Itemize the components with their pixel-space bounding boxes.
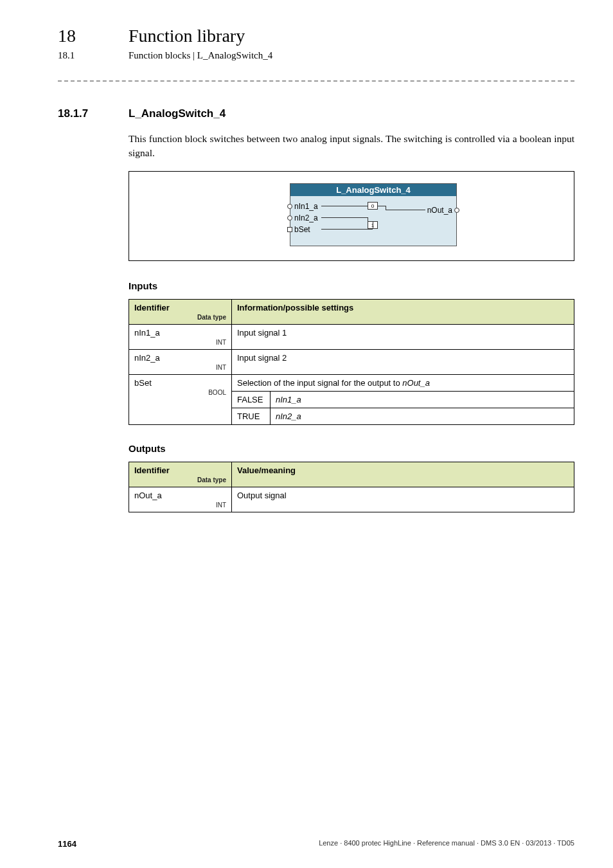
section-number: 18.1 [58, 50, 103, 61]
fb-port-nin1: nIn1_a [294, 202, 318, 211]
input-info: Selection of the input signal for the ou… [232, 374, 574, 391]
input-id: bSet [134, 378, 152, 388]
inputs-col-identifier: Identifier [134, 303, 170, 312]
outputs-heading: Outputs [129, 443, 574, 454]
inputs-heading: Inputs [129, 280, 574, 291]
page-number: 1164 [58, 839, 76, 849]
input-dtype: INT [134, 364, 226, 371]
table-row: bSet BOOL Selection of the input signal … [129, 374, 574, 391]
output-info: Output signal [232, 487, 574, 512]
page-footer: 1164 Lenze · 8400 protec HighLine · Refe… [58, 839, 574, 849]
outputs-col-value: Value/meaning [232, 462, 574, 487]
input-sub-val: nIn1_a [271, 391, 574, 408]
port-connector-icon [287, 215, 292, 221]
input-sub-key: TRUE [232, 408, 271, 424]
subsection-number: 18.1.7 [58, 107, 103, 120]
input-sub-val: nIn2_a [271, 408, 574, 424]
chapter-title: Function library [129, 26, 245, 46]
input-sub-key: FALSE [232, 391, 271, 408]
divider [58, 80, 574, 82]
table-row: nIn2_a INT Input signal 2 [129, 349, 574, 374]
input-id: nIn2_a [134, 353, 160, 363]
chapter-number: 18 [58, 26, 103, 46]
input-id: nIn1_a [134, 328, 160, 338]
output-dtype: INT [134, 502, 226, 509]
fb-port-nin2: nIn2_a [294, 213, 318, 222]
fb-port-bset: bSet [294, 225, 310, 234]
inputs-col-datatype: Data type [134, 314, 226, 321]
input-info: Input signal 2 [232, 349, 574, 374]
outputs-col-datatype: Data type [134, 476, 226, 484]
outputs-table: Identifier Data type Value/meaning nOut_… [129, 462, 574, 512]
fb-title: L_AnalogSwitch_4 [290, 184, 456, 196]
function-block-diagram: L_AnalogSwitch_4 nIn1_a nIn2_a bSet nOut… [129, 171, 574, 261]
port-connector-icon [454, 208, 459, 213]
port-connector-icon [287, 227, 292, 232]
section-path: Function blocks | L_AnalogSwitch_4 [129, 50, 272, 61]
input-dtype: INT [134, 339, 226, 346]
fb-port-nout: nOut_a [427, 206, 452, 215]
subsection-title: L_AnalogSwitch_4 [129, 107, 226, 120]
input-info: Input signal 1 [232, 324, 574, 349]
footer-info: Lenze · 8400 protec HighLine · Reference… [319, 839, 574, 849]
section-description: This function block switches between two… [129, 132, 574, 161]
switch-pos-0: 0 [368, 202, 378, 210]
table-row: nOut_a INT Output signal [129, 487, 574, 512]
output-id: nOut_a [134, 491, 162, 500]
table-row: nIn1_a INT Input signal 1 [129, 324, 574, 349]
outputs-col-identifier: Identifier [134, 466, 170, 475]
input-dtype: BOOL [134, 389, 226, 396]
inputs-col-info: Information/possible settings [232, 299, 574, 324]
inputs-table: Identifier Data type Information/possibl… [129, 299, 574, 425]
port-connector-icon [287, 204, 292, 209]
